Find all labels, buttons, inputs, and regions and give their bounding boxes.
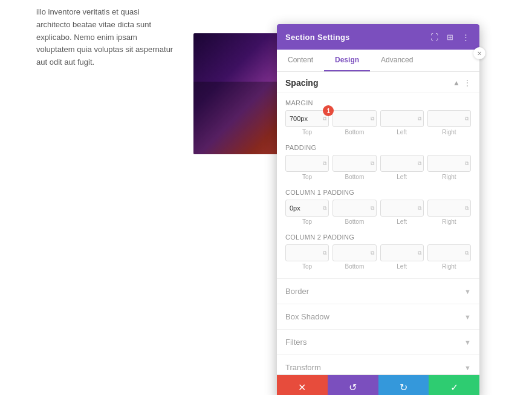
col1-padding-top-item: ⧉ Top [285,200,329,225]
margin-left-item: ⧉ Left [380,110,424,135]
panel-footer: ✕ ↺ ↻ ✓ [277,374,479,395]
col1-padding-top-link-icon: ⧉ [323,205,326,212]
col2-padding-top-wrap: ⧉ [285,244,329,261]
margin-left-wrap: ⧉ [380,110,424,127]
padding-top-label: Top [302,174,312,180]
spacing-title: Spacing [285,78,318,88]
panel-close-button[interactable]: ✕ [473,47,485,59]
margin-top-item: 1 ⧉ Top [285,110,329,135]
margin-right-link-icon: ⧉ [465,116,469,122]
padding-left-link-icon: ⧉ [418,160,421,167]
transform-header[interactable]: Transform ▼ [277,355,479,374]
margin-bottom-wrap: ⧉ [332,110,376,127]
col1-padding-right-link-icon: ⧉ [465,205,469,212]
padding-top-wrap: ⧉ [285,155,329,172]
confirm-button[interactable]: ✓ [429,375,479,395]
spacing-section-header: Spacing ▲ ⋮ [277,72,479,93]
padding-label: Padding [285,144,471,151]
col2-padding-right-item: ⧉ Right [427,244,471,270]
margin-right-wrap: ⧉ [427,110,471,127]
settings-panel: Section Settings ⛶ ⊞ ⋮ Content Design Ad… [277,24,479,395]
col2-padding-top-link-icon: ⧉ [323,250,326,256]
padding-right-link-icon: ⧉ [465,160,469,167]
margin-bottom-item: ⧉ Bottom [332,110,376,135]
transform-title: Transform [285,363,321,372]
border-chevron-icon: ▼ [464,288,471,295]
box-shadow-header[interactable]: Box Shadow ▼ [277,304,479,329]
col2-padding-bottom-link-icon: ⧉ [371,250,374,256]
border-title: Border [285,287,309,296]
fullscreen-icon[interactable]: ⛶ [429,31,440,42]
padding-right-wrap: ⧉ [427,155,471,172]
filters-header[interactable]: Filters ▼ [277,330,479,354]
margin-right-item: ⧉ Right [427,110,471,135]
col1-padding-left-wrap: ⧉ [380,200,424,217]
col2-padding-label: Column 2 Padding [285,233,471,241]
background-text: illo inventore veritatis et quasi archit… [36,0,175,69]
filters-title: Filters [285,338,307,347]
col1-padding-top-wrap: ⧉ [285,200,329,217]
col1-padding-bottom-item: ⧉ Bottom [332,200,376,225]
padding-top-link-icon: ⧉ [323,160,326,167]
border-header[interactable]: Border ▼ [277,279,479,304]
tab-design[interactable]: Design [324,50,370,71]
padding-left-label: Left [397,174,407,180]
col2-padding-left-link-icon: ⧉ [418,250,421,256]
col2-padding-top-label: Top [302,263,312,270]
panel-tabs: Content Design Advanced [277,50,479,72]
margin-row: 1 ⧉ Top ⧉ Bottom [285,110,471,135]
redo-button[interactable]: ↻ [378,375,429,395]
col2-padding-left-item: ⧉ Left [380,244,424,270]
padding-group: Padding ⧉ Top ⧉ Bottom [285,144,471,180]
margin-right-label: Right [442,129,456,135]
reset-button[interactable]: ↺ [328,375,378,395]
col2-padding-right-link-icon: ⧉ [465,250,469,256]
col2-padding-group: Column 2 Padding ⧉ Top ⧉ [285,233,471,270]
border-section: Border ▼ [277,278,479,304]
col2-padding-right-wrap: ⧉ [427,244,471,261]
margin-top-label: Top [302,129,312,135]
spacing-menu-icon[interactable]: ⋮ [464,79,471,87]
padding-bottom-link-icon: ⧉ [371,160,374,167]
panel-body: Spacing ▲ ⋮ Margin 1 ⧉ [277,72,479,374]
col2-padding-bottom-wrap: ⧉ [332,244,376,261]
col1-padding-right-item: ⧉ Right [427,200,471,225]
col2-padding-bottom-label: Bottom [345,263,365,270]
cancel-button[interactable]: ✕ [277,375,328,395]
col1-padding-bottom-link-icon: ⧉ [371,205,374,212]
panel-header-icons: ⛶ ⊞ ⋮ [429,31,471,42]
padding-bottom-label: Bottom [345,174,365,180]
panel-header: Section Settings ⛶ ⊞ ⋮ [277,24,479,50]
columns-icon[interactable]: ⊞ [444,31,455,42]
panel-title: Section Settings [285,33,350,42]
box-shadow-chevron-icon: ▼ [464,313,471,321]
col1-padding-right-wrap: ⧉ [427,200,471,217]
col1-padding-row: ⧉ Top ⧉ Bottom ⧉ [285,200,471,225]
margin-top-link-icon: ⧉ [323,116,326,122]
margin-left-link-icon: ⧉ [418,116,421,122]
margin-group: Margin 1 ⧉ Top [285,99,471,135]
more-options-icon[interactable]: ⋮ [460,31,471,42]
col1-padding-left-label: Left [397,218,407,225]
col1-padding-bottom-label: Bottom [345,218,365,225]
padding-left-item: ⧉ Left [380,155,424,180]
col1-padding-right-label: Right [442,218,456,225]
margin-bottom-link-icon: ⧉ [371,116,374,122]
padding-right-label: Right [442,174,456,180]
col2-padding-row: ⧉ Top ⧉ Bottom ⧉ [285,244,471,270]
col1-padding-left-link-icon: ⧉ [418,205,421,212]
tab-advanced[interactable]: Advanced [370,50,424,71]
transform-chevron-icon: ▼ [464,364,471,371]
collapse-icon[interactable]: ▲ [453,79,460,87]
filters-section: Filters ▼ [277,329,479,354]
padding-right-item: ⧉ Right [427,155,471,180]
col1-padding-label: Column 1 Padding [285,189,471,196]
padding-left-wrap: ⧉ [380,155,424,172]
margin-left-label: Left [397,129,407,135]
box-shadow-section: Box Shadow ▼ [277,304,479,329]
spacing-section-controls: ▲ ⋮ [453,79,471,87]
tab-content[interactable]: Content [277,50,324,71]
col2-padding-left-label: Left [397,263,407,270]
margin-top-wrap: 1 ⧉ [285,110,329,127]
spacing-content: Margin 1 ⧉ Top [277,93,479,278]
